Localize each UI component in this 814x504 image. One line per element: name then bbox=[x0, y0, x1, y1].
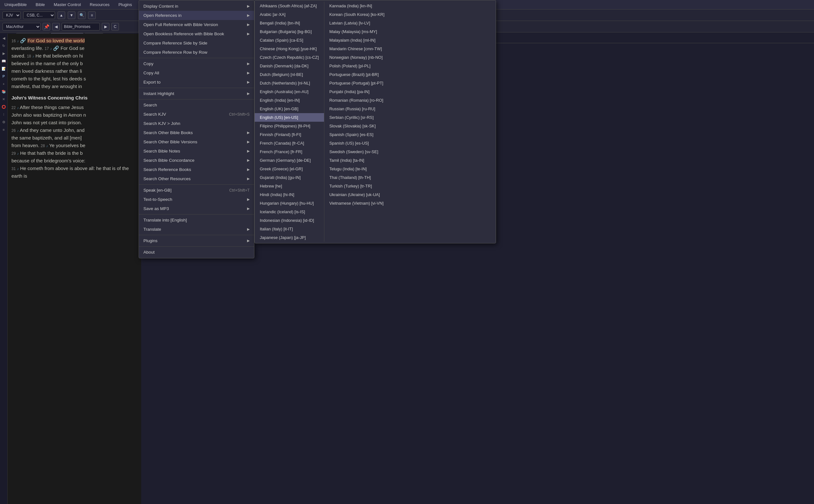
menu-export[interactable]: Export to ▶ bbox=[139, 78, 254, 87]
lang-item[interactable]: Romanian (Romania) [ro-RO] bbox=[324, 96, 389, 105]
filter-btn[interactable]: ≡ bbox=[88, 11, 96, 19]
lang-item[interactable]: Portuguese (Brazil) [pt-BR] bbox=[324, 70, 389, 79]
lang-item[interactable]: Afrikaans (South Africa) [af-ZA] bbox=[255, 2, 324, 10]
lang-item[interactable]: Dutch (Belgium) [nl-BE] bbox=[255, 70, 324, 79]
menu-open-full-ref[interactable]: Open Full Reference with Bible Version ▶ bbox=[139, 20, 254, 29]
sidebar-icon-circle[interactable]: ⭕ bbox=[1, 104, 7, 110]
prev-ref-btn[interactable]: ◀ bbox=[52, 23, 60, 31]
lang-item[interactable]: French (France) [fr-FR] bbox=[255, 147, 324, 156]
lang-item[interactable]: Hindi (India) [hi-IN] bbox=[255, 190, 324, 199]
sidebar-icon-book2[interactable]: 📚 bbox=[1, 88, 7, 95]
lang-item[interactable]: Korean (South Korea) [ko-KR] bbox=[324, 10, 389, 19]
lang-item[interactable]: Ukrainian (Ukraine) [uk-UA] bbox=[324, 190, 389, 199]
lang-item[interactable]: Latvian (Latvia) [lv-LV] bbox=[324, 19, 389, 27]
menu-resources[interactable]: Resources bbox=[88, 1, 111, 8]
commentary-select[interactable]: MacArthur bbox=[3, 23, 41, 31]
menu-speak[interactable]: Speak [en-GB] Ctrl+Shift+T bbox=[139, 186, 254, 195]
menu-translate-english[interactable]: Translate into [English] bbox=[139, 215, 254, 225]
lang-item[interactable]: Spanish (Spain) [es-ES] bbox=[324, 130, 389, 139]
lang-item[interactable]: Turkish (Turkey) [tr-TR] bbox=[324, 182, 389, 190]
lang-item[interactable]: Japanese (Japan) [ja-JP] bbox=[255, 233, 324, 242]
sidebar-icon-p[interactable]: P bbox=[1, 73, 7, 79]
sidebar-icon-book[interactable]: 📖 bbox=[1, 58, 7, 64]
menu-search-kjv[interactable]: Search KJV Ctrl+Shift+S bbox=[139, 110, 254, 119]
lang-item[interactable]: Danish (Denmark) [da-DK] bbox=[255, 62, 324, 70]
menu-search-bible-notes[interactable]: Search Bible Notes ▶ bbox=[139, 146, 254, 156]
lang-item[interactable]: Mandarin Chinese [cmn-TW] bbox=[324, 44, 389, 53]
lang-item[interactable]: Icelandic (Iceland) [is-IS] bbox=[255, 208, 324, 216]
lang-item[interactable]: French (Canada) [fr-CA] bbox=[255, 139, 324, 147]
lang-item[interactable]: English (UK) [en-GB] bbox=[255, 105, 324, 113]
lang-item[interactable]: Dutch (Netherlands) [nl-NL] bbox=[255, 79, 324, 87]
lang-item[interactable]: Polish (Poland) [pl-PL] bbox=[324, 62, 389, 70]
sidebar-nav-left[interactable]: ◀ bbox=[1, 35, 7, 41]
lang-item[interactable]: German (Germany) [de-DE] bbox=[255, 156, 324, 165]
lang-item[interactable]: English (Australia) [en-AU] bbox=[255, 87, 324, 96]
menu-open-bookless[interactable]: Open Bookless Reference with Bible Book … bbox=[139, 29, 254, 38]
lang-item[interactable]: Thai (Thailand) [th-TH] bbox=[324, 173, 389, 182]
menu-plugins[interactable]: Plugins ▶ bbox=[139, 236, 254, 245]
menu-compare-row[interactable]: Compare Reference Row by Row bbox=[139, 48, 254, 57]
menu-tts[interactable]: Text-to-Speech ▶ bbox=[139, 195, 254, 204]
lang-item[interactable]: Hebrew [he] bbox=[255, 182, 324, 190]
menu-instant-highlight[interactable]: Instant Highlight ▶ bbox=[139, 89, 254, 98]
lang-item[interactable]: Swedish (Sweden) [sv-SE] bbox=[324, 147, 389, 156]
menu-search-bible-versions[interactable]: Search Other Bible Versions ▶ bbox=[139, 137, 254, 146]
sidebar-icon-x[interactable]: ✕ bbox=[1, 96, 7, 102]
lang-item[interactable]: Portuguese (Portugal) [pt-PT] bbox=[324, 79, 389, 87]
lang-item[interactable]: Telugu (India) [te-IN] bbox=[324, 165, 389, 173]
lang-item[interactable]: Italian (Italy) [it-IT] bbox=[255, 225, 324, 233]
menu-search-other-resources[interactable]: Search Other Resources ▶ bbox=[139, 174, 254, 183]
version-select[interactable]: KJV bbox=[3, 11, 21, 19]
reference-input[interactable] bbox=[62, 23, 100, 31]
lang-item[interactable]: Serbian (Cyrillic) [sr-RS] bbox=[324, 113, 389, 122]
menu-compare-side[interactable]: Compare Reference Side by Side bbox=[139, 38, 254, 48]
sidebar-icon-dots[interactable]: ⁝ bbox=[1, 111, 7, 118]
menu-save-mp3[interactable]: Save as MP3 ▶ bbox=[139, 204, 254, 213]
search-btn[interactable]: 🔍 bbox=[78, 11, 85, 19]
up-btn[interactable]: ▲ bbox=[58, 11, 65, 19]
lang-item[interactable]: English (India) [en-IN] bbox=[255, 96, 324, 105]
lang-item[interactable]: Arabic [ar-XA] bbox=[255, 10, 324, 19]
menu-search-bible-books[interactable]: Search Other Bible Books ▶ bbox=[139, 128, 254, 137]
lang-item[interactable]: Catalan (Spain) [ca-ES] bbox=[255, 36, 324, 44]
lang-item[interactable]: Bengali (India) [bn-IN] bbox=[255, 19, 324, 27]
menu-about[interactable]: About bbox=[139, 248, 254, 257]
ref-action-btn[interactable]: C bbox=[111, 23, 119, 31]
menu-copy[interactable]: Copy ▶ bbox=[139, 59, 254, 68]
menu-uniquebible[interactable]: UniqueBible bbox=[3, 1, 29, 8]
lang-item[interactable]: Greek (Greece) [el-GR] bbox=[255, 165, 324, 173]
menu-translate[interactable]: Translate ▶ bbox=[139, 225, 254, 234]
lang-item[interactable]: Slovak (Slovakia) [sk-SK] bbox=[324, 122, 389, 130]
lang-item[interactable]: Finnish (Finland) [fi-FI] bbox=[255, 130, 324, 139]
version2-select[interactable]: CSB, C... bbox=[23, 11, 55, 19]
sidebar-icon-list[interactable]: ≡ bbox=[1, 126, 7, 133]
lang-item[interactable]: Gujarati (India) [gu-IN] bbox=[255, 173, 324, 182]
lang-item[interactable]: Czech (Czech Republic) [cs-CZ] bbox=[255, 53, 324, 62]
lang-item[interactable]: Vietnamese (Vietnam) [vi-VN] bbox=[324, 199, 389, 208]
next-ref-btn[interactable]: ▶ bbox=[102, 23, 109, 31]
pin-btn[interactable]: 📌 bbox=[43, 23, 50, 31]
sidebar-icon-plus[interactable]: + bbox=[1, 81, 7, 87]
sidebar-reload[interactable]: ↻ bbox=[1, 43, 7, 49]
lang-item[interactable]: Tamil (India) [ta-IN] bbox=[324, 156, 389, 165]
menu-display-content[interactable]: Display Content in ▶ bbox=[139, 2, 254, 11]
sidebar-icon-settings[interactable]: ⚙ bbox=[1, 119, 7, 125]
menu-master-control[interactable]: Master Control bbox=[52, 1, 83, 8]
menu-open-refs[interactable]: Open References in ▶ bbox=[139, 11, 254, 20]
lang-item[interactable]: Chinese (Hong Kong) [yue-HK] bbox=[255, 44, 324, 53]
lang-item[interactable]: Filipino (Philippines) [fil-PH] bbox=[255, 122, 324, 130]
verse-text-16[interactable]: For God so loved the world bbox=[27, 38, 85, 43]
lang-item[interactable]: Russian (Russia) [ru-RU] bbox=[324, 105, 389, 113]
lang-item[interactable]: Malay (Malaysia) [ms-MY] bbox=[324, 27, 389, 36]
lang-item[interactable]: Punjabi (India) [pa-IN] bbox=[324, 87, 389, 96]
lang-item[interactable]: Malayalam (India) [ml-IN] bbox=[324, 36, 389, 44]
sidebar-nav-right[interactable]: ▶ bbox=[1, 50, 7, 57]
lang-item[interactable]: Hungarian (Hungary) [hu-HU] bbox=[255, 199, 324, 208]
menu-plugins[interactable]: Plugins bbox=[116, 1, 134, 8]
sidebar-icon-note[interactable]: 📝 bbox=[1, 65, 7, 72]
menu-copy-all[interactable]: Copy All ▶ bbox=[139, 68, 254, 78]
lang-item[interactable]: Kannada (India) [kn-IN] bbox=[324, 2, 389, 10]
lang-item[interactable]: Indonesian (Indonesia) [id-ID] bbox=[255, 216, 324, 225]
menu-search-ref-books[interactable]: Search Reference Books ▶ bbox=[139, 165, 254, 174]
